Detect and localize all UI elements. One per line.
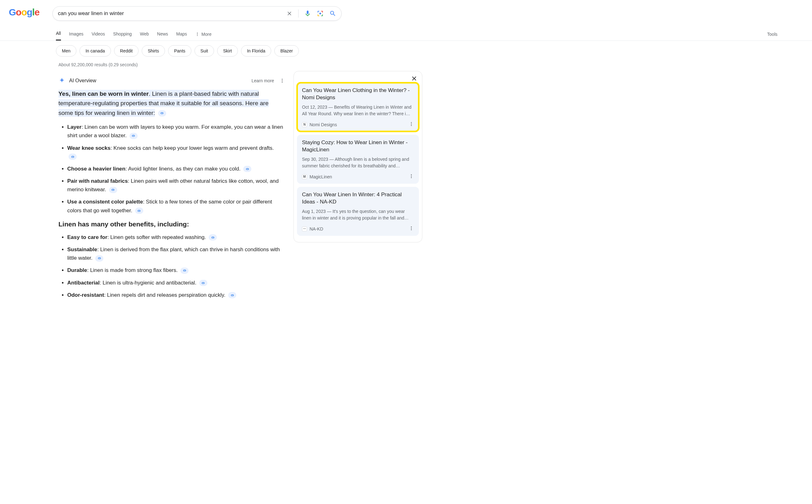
learn-more-link[interactable]: Learn more	[251, 78, 274, 83]
chip[interactable]: Suit	[194, 45, 214, 57]
tab-videos[interactable]: Videos	[91, 28, 105, 40]
svg-point-22	[411, 228, 412, 229]
svg-point-11	[197, 35, 198, 35]
chip[interactable]: Reddit	[114, 45, 139, 57]
sparkle-icon	[58, 77, 65, 84]
ai-overview-body: Yes, linen can be worn in winter. Linen …	[58, 89, 285, 118]
list-item: Antibacterial: Linen is ultra-hygienic a…	[67, 279, 285, 287]
citation-link-icon[interactable]	[199, 280, 207, 286]
tab-web[interactable]: Web	[140, 28, 149, 40]
source-site: ···NA-KD	[302, 226, 323, 231]
benefits-heading: Linen has many other benefits, including…	[58, 220, 285, 228]
chip[interactable]: Pants	[168, 45, 191, 57]
list-item: Pair with natural fabrics: Linen pairs w…	[67, 177, 285, 194]
list-item: Layer: Linen can be worn with layers to …	[67, 123, 285, 140]
sources-panel: Can You Wear Linen Clothing in the Winte…	[293, 71, 423, 242]
divider	[298, 9, 298, 18]
source-snippet: Oct 12, 2023 — Benefits of Wearing Linen…	[302, 104, 414, 117]
svg-point-13	[282, 80, 283, 81]
search-input[interactable]	[58, 10, 286, 17]
svg-rect-3	[322, 11, 323, 13]
list-item: Use a consistent color palette: Stick to…	[67, 198, 285, 214]
list-item: Choose a heavier linen: Avoid lighter li…	[67, 165, 285, 173]
chip[interactable]: In canada	[79, 45, 111, 57]
tools-button[interactable]: Tools	[767, 32, 777, 37]
source-title: Can You Wear Linen Clothing in the Winte…	[302, 87, 414, 101]
citation-link-icon[interactable]	[109, 187, 117, 193]
svg-point-23	[411, 229, 412, 230]
search-box	[52, 6, 341, 21]
source-card[interactable]: Can You Wear Linen Clothing in the Winte…	[297, 83, 419, 132]
tab-all[interactable]: All	[56, 28, 61, 41]
svg-point-14	[282, 82, 283, 83]
source-title: Can You Wear Linen In Winter: 4 Practica…	[302, 191, 414, 206]
svg-point-10	[197, 34, 198, 34]
mic-icon[interactable]	[304, 10, 311, 17]
ai-overview-title: AI Overview	[69, 78, 96, 84]
chips-row: Men In canada Reddit Shirts Pants Suit S…	[0, 41, 812, 57]
chip[interactable]: Men	[56, 45, 76, 57]
list-item: Durable: Linen is made from strong flax …	[67, 266, 285, 274]
google-logo[interactable]: Google	[9, 6, 39, 18]
overflow-icon[interactable]	[280, 78, 285, 83]
svg-rect-5	[318, 14, 318, 16]
overflow-icon[interactable]	[409, 174, 414, 180]
citation-link-icon[interactable]	[209, 234, 217, 241]
source-card[interactable]: Can You Wear Linen In Winter: 4 Practica…	[297, 187, 419, 236]
more-vert-icon	[195, 32, 199, 36]
list-item: Sustainable: Linen is derived from the f…	[67, 245, 285, 262]
favicon: M	[302, 174, 307, 179]
benefits-list: Easy to care for: Linen gets softer with…	[67, 233, 285, 299]
citation-link-icon[interactable]	[243, 166, 251, 172]
citation-link-icon[interactable]	[135, 208, 143, 214]
tabs-row: All Images Videos Shopping Web News Maps…	[0, 28, 812, 41]
favicon: N	[302, 122, 307, 127]
favicon: ···	[302, 226, 307, 231]
list-item: Easy to care for: Linen gets softer with…	[67, 233, 285, 241]
source-snippet: Sep 30, 2023 — Although linen is a belov…	[302, 156, 414, 169]
svg-point-16	[411, 124, 412, 125]
citation-link-icon[interactable]	[95, 255, 103, 262]
chip[interactable]: In Florida	[241, 45, 271, 57]
search-icon[interactable]	[329, 10, 336, 17]
overflow-icon[interactable]	[409, 122, 414, 128]
tab-shopping[interactable]: Shopping	[113, 28, 132, 40]
svg-rect-1	[318, 11, 318, 13]
tab-maps[interactable]: Maps	[176, 28, 187, 40]
source-site: MMagicLinen	[302, 174, 332, 179]
result-stats: About 92,200,000 results (0.29 seconds)	[0, 57, 812, 67]
list-item: Odor-resistant: Linen repels dirt and re…	[67, 291, 285, 299]
citation-link-icon[interactable]	[228, 292, 236, 298]
chip[interactable]: Shirts	[142, 45, 165, 57]
tab-images[interactable]: Images	[69, 28, 84, 40]
more-label: More	[201, 32, 211, 37]
lead-bold: Yes, linen can be worn in winter	[58, 90, 149, 97]
svg-point-21	[411, 226, 412, 227]
source-snippet: Aug 1, 2023 — It's yes to the question, …	[302, 208, 414, 221]
chip[interactable]: Skirt	[217, 45, 238, 57]
svg-rect-7	[322, 14, 323, 16]
citation-link-icon[interactable]	[158, 110, 166, 117]
tips-list: Layer: Linen can be worn with layers to …	[67, 123, 285, 215]
svg-point-19	[411, 176, 412, 176]
citation-link-icon[interactable]	[129, 133, 138, 139]
source-site: NNomi Designs	[302, 122, 337, 127]
citation-link-icon[interactable]	[68, 154, 77, 160]
chip[interactable]: Blazer	[274, 45, 299, 57]
lens-icon[interactable]	[317, 10, 324, 17]
tab-news[interactable]: News	[157, 28, 168, 40]
svg-point-12	[282, 79, 283, 80]
source-title: Staying Cozy: How to Wear Linen in Winte…	[302, 139, 414, 154]
svg-point-15	[411, 122, 412, 123]
svg-point-18	[411, 174, 412, 175]
svg-point-9	[197, 32, 198, 33]
clear-icon[interactable]	[286, 10, 292, 17]
tab-more[interactable]: More	[195, 32, 211, 37]
close-icon[interactable]	[411, 75, 418, 83]
svg-point-17	[411, 125, 412, 126]
citation-link-icon[interactable]	[180, 268, 188, 274]
overflow-icon[interactable]	[409, 226, 414, 232]
svg-point-20	[411, 177, 412, 178]
list-item: Wear knee socks: Knee socks can help kee…	[67, 144, 285, 161]
source-card[interactable]: Staying Cozy: How to Wear Linen in Winte…	[297, 135, 419, 184]
